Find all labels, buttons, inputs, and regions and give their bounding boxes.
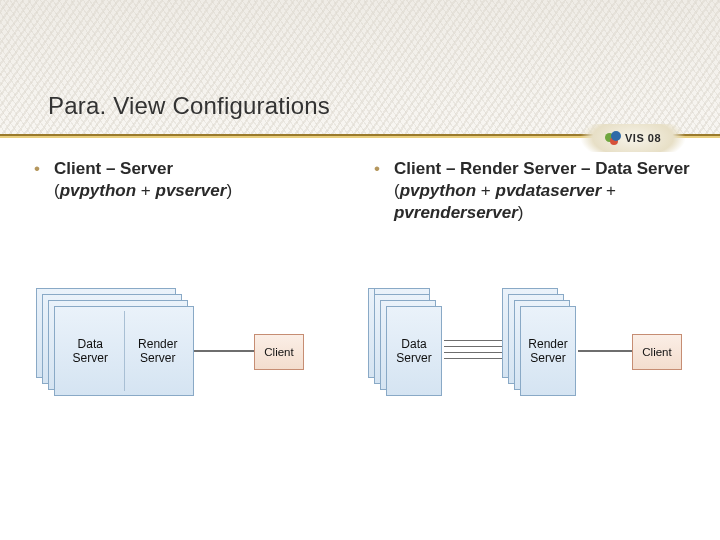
right-wire-2 [444, 346, 502, 347]
left-diagram: Data Server Render Server Client [28, 288, 328, 428]
right-cmd-b: pvdataserver [496, 181, 602, 200]
plus: + [476, 181, 495, 200]
left-column: • Client – Server (pvpython + pvserver) [40, 158, 350, 226]
logo-badge: VIS 08 [574, 124, 692, 152]
left-bullet: • Client – Server (pvpython + pvserver) [40, 158, 350, 202]
right-diagram: Data Server Render Server Client [364, 288, 704, 428]
left-data-server-card: Data Server [57, 311, 125, 391]
right-bullet: • Client – Render Server – Data Server (… [380, 158, 690, 224]
left-wire [194, 350, 254, 352]
bullet-icon: • [34, 158, 40, 180]
left-client-box: Client [254, 334, 304, 370]
right-cmd-a: pvpython [400, 181, 477, 200]
right-client-box: Client [632, 334, 682, 370]
paren-close: ) [518, 203, 524, 222]
left-heading: Client – Server [54, 159, 173, 178]
left-cmd-a: pvpython [60, 181, 137, 200]
left-cmd-b: pvserver [156, 181, 227, 200]
right-data-server-card: Data Server [386, 306, 442, 396]
right-wire-client [578, 350, 632, 352]
logo-text: VIS 08 [625, 132, 661, 144]
logo-mark-icon [605, 130, 621, 146]
bullet-icon: • [374, 158, 380, 180]
slide-title: Para. View Configurations [48, 92, 330, 120]
plus: + [136, 181, 155, 200]
right-wire-4 [444, 358, 502, 359]
right-heading: Client – Render Server – Data Server [394, 159, 690, 178]
right-column: • Client – Render Server – Data Server (… [380, 158, 690, 226]
right-wire-1 [444, 340, 502, 341]
plus: + [601, 181, 616, 200]
left-render-server-card: Render Server [125, 311, 192, 391]
paren-close: ) [226, 181, 232, 200]
right-cmd-c: pvrenderserver [394, 203, 518, 222]
right-wire-3 [444, 352, 502, 353]
right-render-server-card: Render Server [520, 306, 576, 396]
